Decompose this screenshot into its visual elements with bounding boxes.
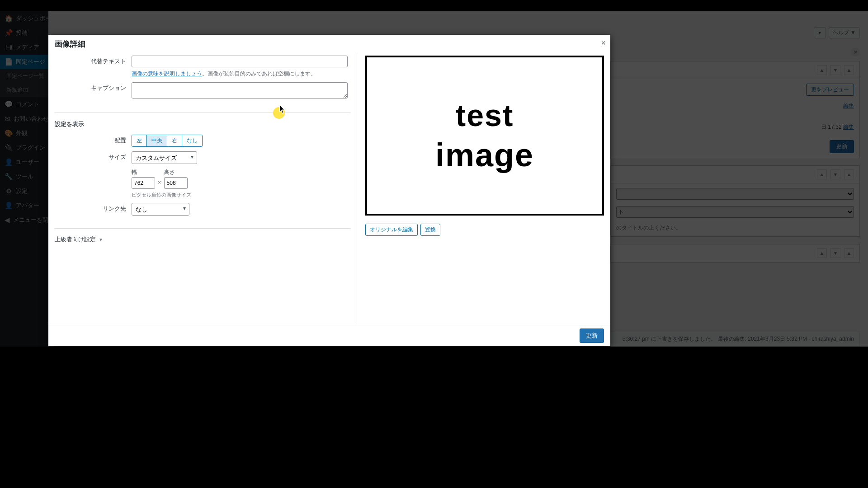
modal-close-button[interactable]: × — [601, 38, 606, 48]
alt-text-hint-link[interactable]: 画像の意味を説明しましょう — [132, 70, 202, 77]
align-label: 配置 — [55, 135, 132, 145]
width-input[interactable] — [132, 177, 155, 189]
replace-image-button[interactable]: 置換 — [420, 224, 440, 236]
height-input[interactable] — [164, 177, 188, 189]
advanced-settings-toggle[interactable]: 上級者向け設定 ▼ — [55, 236, 350, 244]
cursor-icon — [279, 105, 286, 114]
image-details-modal: 画像詳細 × 代替テキスト 画像の意味を説明しましょう。画像が装飾目的のみであれ… — [48, 35, 610, 346]
image-preview: test image — [365, 56, 604, 216]
size-select[interactable]: カスタムサイズ — [132, 151, 197, 164]
align-center-button[interactable]: 中央 — [147, 135, 167, 146]
align-button-group: 左 中央 右 なし — [132, 135, 203, 147]
preview-text-line2: image — [435, 136, 534, 174]
times-icon: × — [158, 172, 161, 186]
edit-original-button[interactable]: オリジナルを編集 — [365, 224, 418, 236]
caption-input[interactable] — [132, 82, 348, 99]
chevron-down-icon: ▼ — [99, 237, 103, 242]
display-settings-heading: 設定を表示 — [55, 120, 350, 128]
align-right-button[interactable]: 右 — [167, 135, 182, 146]
width-label: 幅 — [132, 169, 155, 176]
advanced-settings-label: 上級者向け設定 — [55, 236, 96, 244]
pixel-size-note: ピクセル単位の画像サイズ — [132, 192, 350, 198]
align-none-button[interactable]: なし — [182, 135, 202, 146]
alt-text-hint: 画像の意味を説明しましょう。画像が装飾目的のみであれば空欄にします。 — [132, 70, 350, 78]
preview-text-line1: test — [456, 98, 514, 133]
alt-text-input[interactable] — [132, 56, 348, 67]
alt-text-label: 代替テキスト — [55, 56, 132, 66]
modal-title: 画像詳細 — [55, 39, 85, 49]
alt-text-hint-rest: 。画像が装飾目的のみであれば空欄にします。 — [202, 70, 316, 77]
size-label: サイズ — [55, 151, 132, 161]
height-label: 高さ — [164, 169, 188, 176]
link-to-select[interactable]: なし — [132, 203, 189, 216]
link-to-label: リンク先 — [55, 203, 132, 213]
modal-update-button[interactable]: 更新 — [580, 328, 604, 343]
caption-label: キャプション — [55, 82, 132, 92]
align-left-button[interactable]: 左 — [132, 135, 147, 146]
